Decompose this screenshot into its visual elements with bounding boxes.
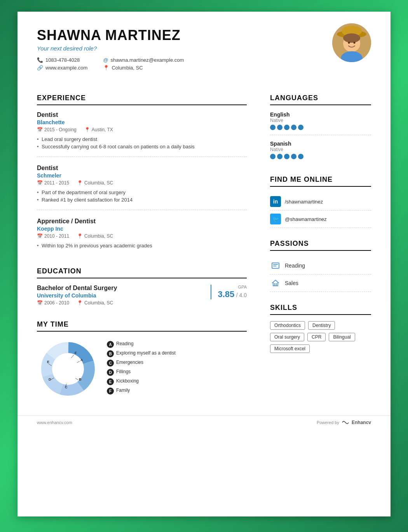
- twitter-item[interactable]: 🐦 @shawnamartinez: [270, 210, 371, 228]
- edu-degree: Bachelor of Dental Surgery: [37, 285, 117, 292]
- time-legend: A Reading B Exploring myself as a dentis…: [107, 341, 247, 397]
- svg-text:D: D: [49, 377, 51, 381]
- footer-right: Powered by Enhancv: [317, 420, 371, 425]
- lang-name-english: English: [270, 111, 371, 118]
- right-column: LANGUAGES English Native Spanish Native: [262, 82, 371, 400]
- legend-label-e: Kickboxing: [116, 378, 139, 384]
- exp-meta-3: 📅 2010 - 2011 📍 Columbia, SC: [37, 233, 247, 239]
- gpa-label: GPA: [218, 285, 247, 289]
- my-time-title: MY TIME: [37, 320, 247, 332]
- exp-title-3: Apprentice / Dentist: [37, 218, 247, 225]
- svg-text:A: A: [80, 358, 83, 362]
- exp-title-1: Dentist: [37, 111, 247, 118]
- legend-item-c: C Emergencies: [107, 360, 247, 367]
- exp-dates-3: 📅 2010 - 2011: [37, 233, 69, 239]
- reading-icon: [270, 260, 281, 271]
- lang-entry-spanish: Spanish Native: [270, 141, 371, 164]
- find-me-online-section: FIND ME ONLINE in /shawnamartinez 🐦 @sha…: [270, 176, 371, 228]
- pin-icon-3: 📍: [77, 233, 83, 239]
- avatar: [332, 23, 371, 62]
- email-address: shawna.martinez@example.com: [111, 57, 184, 63]
- passions-section: PASSIONS Reading Sales: [270, 240, 371, 292]
- dot-e4: [291, 125, 296, 130]
- legend-letter-c: C: [107, 360, 114, 367]
- dot-e5: [298, 125, 303, 130]
- contact-right: @ shawna.martinez@example.com 📍 Columbia…: [103, 57, 184, 71]
- exp-meta-1: 📅 2015 - Ongoing 📍 Austin, TX: [37, 127, 247, 132]
- legend-label-b: Exploring myself as a dentist: [116, 350, 176, 356]
- website-item: 🔗 www.example.com: [37, 65, 87, 71]
- skills-title: SKILLS: [270, 304, 371, 315]
- lang-name-spanish: Spanish: [270, 141, 371, 147]
- skill-microsoft-excel: Microsoft excel: [270, 344, 310, 353]
- legend-label-f: Family: [116, 388, 130, 393]
- edu-location: 📍 Columbia, SC: [77, 300, 113, 306]
- passions-title: PASSIONS: [270, 240, 371, 251]
- exp-bullets-3: Within top 2% in previous years academic…: [37, 242, 247, 249]
- languages-title: LANGUAGES: [270, 94, 371, 105]
- legend-item-f: F Family: [107, 388, 247, 395]
- find-me-online-title: FIND ME ONLINE: [270, 176, 371, 187]
- education-section: EDUCATION Bachelor of Dental Surgery Uni…: [37, 267, 247, 309]
- dot-s1: [270, 154, 275, 159]
- resume-container: SHAWNA MARTINEZ Your next desired role? …: [17, 12, 391, 516]
- location-text: Columbia, SC: [112, 65, 143, 71]
- skill-dentistry: Dentistry: [308, 321, 335, 330]
- skill-oral-surgery: Oral surgery: [270, 333, 304, 341]
- svg-point-6: [354, 42, 356, 44]
- phone-icon: 📞: [37, 57, 43, 63]
- contact-info: 📞 1083-478-4028 🔗 www.example.com @ shaw…: [37, 57, 371, 71]
- footer: www.enhancv.com Powered by Enhancv: [17, 416, 391, 429]
- bullet-1-2: Successfully carrying out 6-8 root canal…: [37, 143, 247, 150]
- edu-left: Bachelor of Dental Surgery University of…: [37, 285, 117, 309]
- exp-dates-2: 📅 2011 - 2015: [37, 180, 69, 186]
- legend-label-c: Emergencies: [116, 360, 143, 365]
- candidate-role: Your next desired role?: [37, 45, 371, 52]
- pin-icon-1: 📍: [84, 127, 90, 132]
- lang-level-spanish: Native: [270, 147, 371, 152]
- calendar-icon-2: 📅: [37, 180, 43, 186]
- dot-e2: [277, 125, 282, 130]
- twitter-icon: 🐦: [270, 214, 281, 224]
- calendar-icon-edu: 📅: [37, 300, 43, 306]
- calendar-icon-3: 📅: [37, 233, 43, 239]
- exp-company-2: Schmeler: [37, 172, 247, 179]
- linkedin-item[interactable]: in /shawnamartinez: [270, 193, 371, 210]
- exp-entry-1: Dentist Blanchette 📅 2015 - Ongoing 📍 Au…: [37, 111, 247, 157]
- bullet-2-1: Part of the department of oral surgery: [37, 189, 247, 196]
- passion-reading: Reading: [270, 257, 371, 275]
- svg-text:B: B: [79, 377, 82, 381]
- dot-e3: [284, 125, 289, 130]
- skill-orthodontics: Orthodontics: [270, 321, 305, 330]
- skill-bilingual: Bilingual: [329, 333, 355, 341]
- powered-by-label: Powered by: [317, 420, 339, 425]
- dot-s2: [277, 154, 282, 159]
- my-time-content: F A B C D E: [37, 338, 247, 400]
- candidate-name: SHAWNA MARTINEZ: [37, 27, 371, 43]
- legend-item-b: B Exploring myself as a dentist: [107, 350, 247, 357]
- dot-s4: [291, 154, 296, 159]
- edu-gpa: GPA 3.85 / 4.0: [211, 285, 247, 299]
- legend-letter-d: D: [107, 369, 114, 376]
- legend-label-a: Reading: [116, 341, 134, 346]
- contact-left: 📞 1083-478-4028 🔗 www.example.com: [37, 57, 87, 71]
- bullet-1-1: Lead oral surgery dentist: [37, 136, 247, 143]
- bullet-3-1: Within top 2% in previous years academic…: [37, 242, 247, 249]
- exp-location-1: 📍 Austin, TX: [84, 127, 113, 132]
- legend-item-a: A Reading: [107, 341, 247, 348]
- footer-website: www.enhancv.com: [37, 420, 72, 425]
- bullet-2-2: Ranked #1 by client satisfaction for 201…: [37, 196, 247, 203]
- exp-bullets-2: Part of the department of oral surgery R…: [37, 189, 247, 203]
- left-column: EXPERIENCE Dentist Blanchette 📅 2015 - O…: [37, 82, 262, 400]
- lang-dots-spanish: [270, 154, 371, 159]
- legend-letter-b: B: [107, 350, 114, 357]
- gpa-max: / 4.0: [236, 292, 247, 298]
- edu-dates: 📅 2006 - 2010: [37, 300, 69, 306]
- exp-bullets-1: Lead oral surgery dentist Successfully c…: [37, 136, 247, 150]
- exp-location-2: 📍 Columbia, SC: [77, 180, 113, 186]
- skills-section: SKILLS Orthodontics Dentistry Oral surge…: [270, 304, 371, 353]
- svg-text:E: E: [47, 360, 49, 364]
- header-section: SHAWNA MARTINEZ Your next desired role? …: [17, 12, 391, 82]
- website-url: www.example.com: [45, 65, 87, 71]
- svg-point-4: [343, 33, 360, 43]
